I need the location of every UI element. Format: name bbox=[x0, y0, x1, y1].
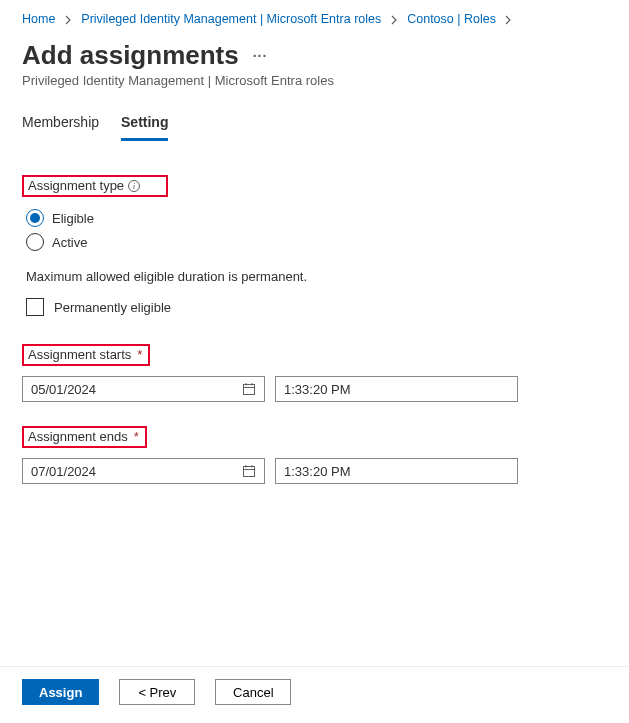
starts-date-value: 05/01/2024 bbox=[31, 382, 96, 397]
page-title-row: Add assignments ··· bbox=[22, 40, 607, 71]
radio-active[interactable]: Active bbox=[26, 233, 607, 251]
radio-eligible[interactable]: Eligible bbox=[26, 209, 607, 227]
svg-rect-0 bbox=[244, 385, 255, 395]
assignment-type-label: Assignment type bbox=[28, 178, 124, 193]
tab-setting[interactable]: Setting bbox=[121, 108, 168, 141]
radio-active-label: Active bbox=[52, 235, 87, 250]
breadcrumb: Home Privileged Identity Management | Mi… bbox=[22, 10, 607, 36]
required-asterisk: * bbox=[134, 429, 139, 444]
breadcrumb-pim[interactable]: Privileged Identity Management | Microso… bbox=[81, 12, 381, 26]
assign-button[interactable]: Assign bbox=[22, 679, 99, 705]
radio-eligible-label: Eligible bbox=[52, 211, 94, 226]
assignment-ends-label: Assignment ends bbox=[28, 429, 128, 444]
permanently-eligible-checkbox[interactable]: Permanently eligible bbox=[26, 298, 607, 316]
calendar-icon[interactable] bbox=[242, 382, 256, 396]
svg-rect-4 bbox=[244, 467, 255, 477]
permanently-eligible-label: Permanently eligible bbox=[54, 300, 171, 315]
tab-strip: Membership Setting bbox=[22, 108, 607, 141]
chevron-right-icon bbox=[391, 15, 398, 25]
assignment-type-radio-group: Eligible Active bbox=[26, 209, 607, 251]
radio-icon bbox=[26, 209, 44, 227]
checkbox-icon bbox=[26, 298, 44, 316]
breadcrumb-contoso[interactable]: Contoso | Roles bbox=[407, 12, 496, 26]
breadcrumb-home[interactable]: Home bbox=[22, 12, 55, 26]
max-duration-note: Maximum allowed eligible duration is per… bbox=[26, 269, 607, 284]
page-subtitle: Privileged Identity Management | Microso… bbox=[22, 73, 607, 88]
ends-date-input[interactable]: 07/01/2024 bbox=[22, 458, 265, 484]
starts-date-input[interactable]: 05/01/2024 bbox=[22, 376, 265, 402]
starts-time-input[interactable]: 1:33:20 PM bbox=[275, 376, 518, 402]
chevron-right-icon bbox=[65, 15, 72, 25]
prev-button[interactable]: < Prev bbox=[119, 679, 195, 705]
more-icon[interactable]: ··· bbox=[253, 48, 268, 64]
radio-icon bbox=[26, 233, 44, 251]
starts-time-value: 1:33:20 PM bbox=[284, 382, 351, 397]
footer-bar: Assign < Prev Cancel bbox=[0, 666, 629, 723]
page-title: Add assignments bbox=[22, 40, 239, 71]
ends-time-value: 1:33:20 PM bbox=[284, 464, 351, 479]
cancel-button[interactable]: Cancel bbox=[215, 679, 291, 705]
ends-time-input[interactable]: 1:33:20 PM bbox=[275, 458, 518, 484]
calendar-icon[interactable] bbox=[242, 464, 256, 478]
required-asterisk: * bbox=[137, 347, 142, 362]
chevron-right-icon bbox=[505, 15, 512, 25]
info-icon[interactable]: i bbox=[128, 180, 140, 192]
ends-date-value: 07/01/2024 bbox=[31, 464, 96, 479]
assignment-starts-label: Assignment starts bbox=[28, 347, 131, 362]
tab-membership[interactable]: Membership bbox=[22, 108, 99, 141]
